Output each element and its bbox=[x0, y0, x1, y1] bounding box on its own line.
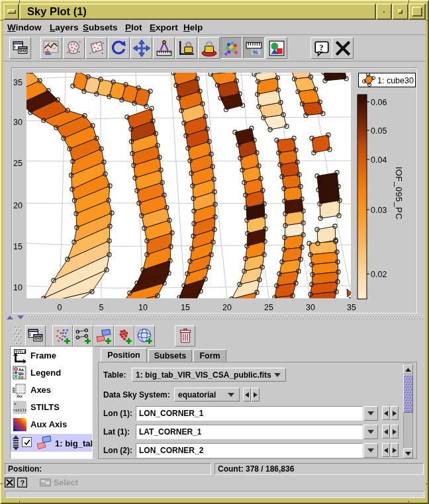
svg-text:20: 20 bbox=[222, 303, 232, 312]
svg-text:5: 5 bbox=[99, 303, 104, 312]
svg-text:35: 35 bbox=[347, 303, 356, 312]
svg-text:20: 20 bbox=[13, 201, 23, 210]
svg-text:?: ? bbox=[319, 42, 324, 52]
svg-text:10: 10 bbox=[138, 303, 148, 312]
svg-text:0.06: 0.06 bbox=[371, 98, 387, 107]
svg-text:>: > bbox=[14, 401, 17, 407]
svg-text:yyy: yyy bbox=[13, 387, 15, 393]
svg-text:25: 25 bbox=[13, 159, 23, 168]
svg-text:Cc: Cc bbox=[19, 375, 24, 379]
svg-text:0.05: 0.05 bbox=[371, 126, 387, 136]
svg-text:10: 10 bbox=[13, 283, 23, 292]
svg-text:0: 0 bbox=[58, 303, 62, 312]
svg-text:35: 35 bbox=[13, 78, 23, 87]
svg-text:30: 30 bbox=[13, 118, 23, 127]
svg-text:Xxx: Xxx bbox=[17, 394, 23, 398]
svg-text:15: 15 bbox=[181, 303, 190, 312]
svg-text:15: 15 bbox=[13, 242, 23, 251]
svg-text:0.04: 0.04 bbox=[371, 155, 387, 165]
svg-text:TITLE: TITLE bbox=[15, 350, 26, 354]
svg-text:>stilts: >stilts bbox=[13, 408, 28, 413]
svg-text:0.03: 0.03 bbox=[371, 206, 387, 215]
svg-text:1: cube30: 1: cube30 bbox=[377, 76, 414, 85]
svg-text:?: ? bbox=[21, 479, 25, 487]
svg-text:0.02: 0.02 bbox=[371, 270, 387, 279]
svg-text:IOF_095_PC: IOF_095_PC bbox=[394, 167, 404, 220]
svg-text:25: 25 bbox=[264, 303, 273, 312]
svg-text:%: % bbox=[252, 48, 258, 55]
svg-text:30: 30 bbox=[306, 303, 315, 312]
